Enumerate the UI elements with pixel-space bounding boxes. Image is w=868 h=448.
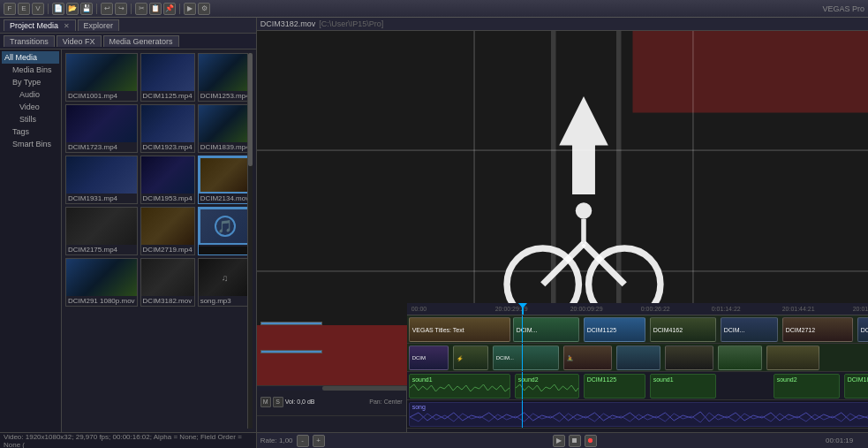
media-label-5: DCIM1839.mp4: [199, 142, 252, 152]
clip-v1-1[interactable]: DCIM...: [513, 317, 579, 342]
copy-btn[interactable]: 📋: [149, 3, 162, 15]
tab-explorer[interactable]: Explorer: [78, 19, 120, 31]
tree-item-tags[interactable]: Tags: [2, 125, 59, 138]
track-solo-a2[interactable]: S: [273, 397, 283, 407]
media-scrollbar-thumb[interactable]: [248, 53, 253, 166]
tab-project-media[interactable]: Project Media ✕: [4, 19, 76, 31]
timeline-zoom-in[interactable]: +: [313, 435, 325, 447]
clip-v2-5[interactable]: [616, 345, 660, 370]
media-status-bar: Video: 1920x1080x32; 29,970 fps; 00:00:1…: [0, 432, 256, 448]
clip-v2-6[interactable]: [665, 345, 713, 370]
tl-bottom-stop[interactable]: ⏹: [569, 435, 581, 447]
audio-clip-5[interactable]: sound2: [774, 374, 840, 399]
sub-tabs-bar: Transitions Video FX Media Generators: [0, 34, 256, 49]
media-thumb-4[interactable]: DCIM1923.mp4: [140, 104, 195, 153]
media-thumb-2[interactable]: DCIM1253.mp4: [198, 53, 253, 102]
audio-clip-3[interactable]: DCIM1125: [584, 374, 645, 399]
browser-area: All Media Media Bins By Type Audio Video…: [0, 49, 256, 432]
media-thumb-8[interactable]: DCIM2134.mov: [198, 156, 253, 204]
media-label-12: DCIM291 1080p.mov: [66, 296, 137, 306]
media-thumb-13[interactable]: DCIM3182.mov: [140, 258, 195, 307]
preview-row: DCIM3182.mov [C:\User\IP15\Pro] ⚙ ✕: [257, 18, 868, 285]
cut-btn[interactable]: ✂: [135, 3, 147, 15]
clip-v2-1[interactable]: DCIM: [409, 345, 449, 370]
tree-item-stills[interactable]: Stills: [2, 113, 59, 125]
audio-music-clip[interactable]: song: [409, 402, 868, 427]
undo-btn[interactable]: ↩: [101, 3, 113, 15]
timeline-rate: Rate: 1,00: [260, 437, 293, 444]
audio-clip-1[interactable]: sound1: [409, 374, 510, 399]
ruler-mark-0: 00:00: [411, 306, 427, 312]
svg-point-9: [575, 202, 592, 219]
clip-v1-4[interactable]: DCIM...: [721, 317, 778, 342]
save-btn[interactable]: 💾: [80, 3, 93, 15]
menu-view-btn[interactable]: V: [32, 3, 44, 15]
track-content-video-2: DCIM ⚡ DCIM... 🚴: [407, 344, 868, 372]
tree-item-smart-bins[interactable]: Smart Bins: [2, 138, 59, 150]
audio-clip-4[interactable]: sound1: [650, 374, 716, 399]
clip-v2-7[interactable]: [718, 345, 762, 370]
media-label-6: DCIM1931.mp4: [66, 194, 137, 203]
clip-v2-2[interactable]: ⚡: [453, 345, 488, 370]
tree-item-video[interactable]: Video: [2, 101, 59, 113]
render-btn[interactable]: ▶: [184, 3, 196, 15]
media-label-0: DCIM1001.mp4: [66, 91, 137, 101]
timeline-zoom-out[interactable]: -: [297, 435, 309, 447]
media-label-11: [199, 245, 252, 247]
redo-btn[interactable]: ↪: [115, 3, 127, 15]
audio-clip-6[interactable]: DCIM1839: [844, 374, 868, 399]
tree-item-all-media[interactable]: All Media: [2, 51, 59, 64]
clip-v2-8[interactable]: [766, 345, 819, 370]
tab-video-fx[interactable]: Video FX: [57, 35, 102, 47]
app-version: VEGAS Pro: [822, 4, 864, 13]
media-thumb-6[interactable]: DCIM1931.mp4: [65, 156, 138, 204]
open-btn[interactable]: 📂: [66, 3, 79, 15]
track-header-audio-2: M S Vol: 0,0 dB Pan: Center: [257, 388, 406, 416]
clip-v1-6[interactable]: DCIM3817: [857, 317, 868, 342]
tab-media-generators[interactable]: Media Generators: [103, 35, 179, 47]
media-tree-panel: All Media Media Bins By Type Audio Video…: [0, 49, 62, 432]
media-thumb-0[interactable]: DCIM1001.mp4: [65, 53, 138, 102]
media-label-4: DCIM1923.mp4: [141, 142, 194, 152]
media-thumb-3[interactable]: DCIM1723.mp4: [65, 104, 138, 153]
project-settings-btn[interactable]: ⚙: [198, 3, 210, 15]
tab-transitions[interactable]: Transitions: [4, 35, 55, 47]
clip-v1-2[interactable]: DCIM1125: [584, 317, 645, 342]
ruler-mark-4: 0:01:14:22: [712, 306, 741, 312]
media-thumb-9[interactable]: DCIM2175.mp4: [65, 207, 138, 255]
menu-edit-btn[interactable]: E: [18, 3, 30, 15]
tl-bottom-play[interactable]: ▶: [553, 435, 565, 447]
clip-v2-4[interactable]: 🚴: [563, 345, 612, 370]
tree-item-by-type[interactable]: By Type: [2, 76, 59, 88]
ruler-mark-5: 20:01:44:21: [782, 306, 815, 312]
track-center-a2: Center: [384, 399, 403, 405]
menu-file-btn[interactable]: F: [4, 3, 16, 15]
media-label-14: song.mp3: [199, 296, 252, 306]
new-btn[interactable]: 📄: [52, 3, 64, 15]
clip-v1-3[interactable]: DCIM4162: [650, 317, 716, 342]
audio-clip-2[interactable]: sound2: [515, 374, 579, 399]
media-status-text: Video: 1920x1080x32; 29,970 fps; 00:00:1…: [4, 433, 253, 449]
clip-title[interactable]: VEGAS Titles: Text: [409, 317, 510, 342]
preview-top-bar: DCIM3182.mov [C:\User\IP15\Pro] ⚙ ✕: [257, 18, 868, 31]
media-thumb-12[interactable]: DCIM291 1080p.mov: [65, 258, 138, 307]
timeline-ruler: 00:00 20:00:29:29 20:00:09:29 0:00:26:22…: [407, 303, 868, 315]
level-slider-v2[interactable]: [260, 350, 322, 353]
close-project-media-tab[interactable]: ✕: [64, 22, 70, 30]
clip-v2-3[interactable]: DCIM...: [493, 345, 559, 370]
tl-bottom-rec[interactable]: ⏺: [585, 435, 597, 447]
media-thumb-11[interactable]: 🎵: [198, 207, 253, 255]
clip-v1-5[interactable]: DCIM2712: [782, 317, 853, 342]
media-thumb-10[interactable]: DCIM2719.mp4: [140, 207, 195, 255]
media-thumb-14[interactable]: ♫ song.mp3: [198, 258, 253, 307]
level-slider-v1[interactable]: [260, 322, 322, 325]
media-thumb-1[interactable]: DCIM1125.mp4: [140, 53, 195, 102]
tree-item-media-bins[interactable]: Media Bins: [2, 64, 59, 76]
media-thumb-7[interactable]: DCIM1953.mp4: [140, 156, 195, 204]
paste-btn[interactable]: 📌: [163, 3, 176, 15]
tree-item-audio[interactable]: Audio: [2, 88, 59, 101]
track-content-audio-1: sound1 sound2 DCIM1125: [407, 372, 868, 400]
track-mute-a2[interactable]: M: [260, 397, 271, 407]
media-thumb-5[interactable]: DCIM1839.mp4: [198, 104, 253, 153]
media-label-8: DCIM2134.mov: [199, 194, 252, 203]
